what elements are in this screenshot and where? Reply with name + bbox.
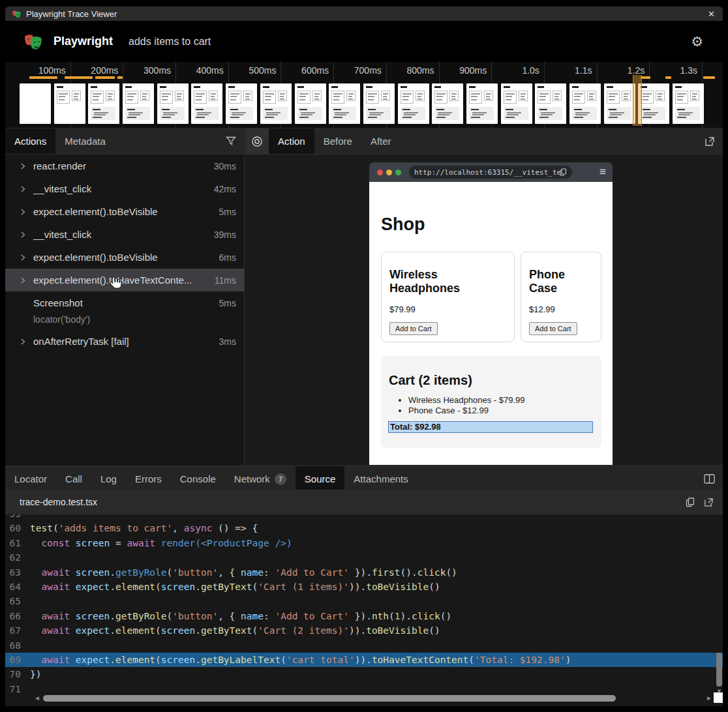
tab-call[interactable]: Call [56,466,91,492]
timeline-filmstrip[interactable] [20,83,704,124]
code-line[interactable]: 60test('adds items to cart', async () =>… [5,521,723,535]
tab-source[interactable]: Source [296,466,345,492]
filmstrip-thumbnail[interactable] [673,83,704,124]
code-line[interactable]: 61 const screen = await render(<ProductP… [5,536,723,550]
filmstrip-thumbnail[interactable] [191,83,222,124]
code-token: ( [252,625,258,636]
code-line[interactable]: 67 await expect.element(screen.getByText… [5,623,723,638]
code-line[interactable]: 59 [5,514,723,521]
add-to-cart-button[interactable]: Add to Cart [389,322,438,335]
action-row[interactable]: expect.element().toBeVisible6ms [5,246,244,269]
open-source-external-icon[interactable] [704,497,714,507]
thumb-line [230,96,237,97]
action-row[interactable]: react.render30ms [5,155,244,177]
scroll-left-arrow-icon[interactable]: ◄ [34,694,40,702]
tab-locator[interactable]: Locator [5,466,56,492]
filmstrip-thumbnail[interactable] [363,83,395,124]
code-line[interactable]: 69 await expect.element(screen.getByLabe… [5,653,723,667]
timeline-tick-label: 200ms [91,65,118,76]
copy-url-icon[interactable] [560,168,567,176]
filmstrip-thumbnail[interactable] [466,83,498,124]
tab-errors[interactable]: Errors [126,466,171,492]
filmstrip-thumbnail[interactable] [638,83,669,124]
thumb-cart-line [574,117,583,118]
filmstrip-thumbnail[interactable] [398,83,429,124]
chevron-right-icon[interactable] [20,209,26,215]
tab-metadata[interactable]: Metadata [55,128,115,154]
chevron-right-icon[interactable] [20,338,26,345]
filmstrip-thumbnail[interactable] [123,83,154,124]
traffic-light-red [377,170,383,175]
tab-actions[interactable]: Actions [5,128,55,154]
copy-source-icon[interactable] [686,497,695,507]
tab-action[interactable]: Action [269,128,314,154]
chevron-right-icon[interactable] [20,186,26,192]
cart-item: Wireless Headphones - $79.99 [408,395,525,405]
window-title: Playwright Trace Viewer [26,9,117,19]
filmstrip-thumbnail[interactable] [604,83,635,124]
thumb-line [333,93,342,95]
filmstrip-thumbnail[interactable] [295,83,326,124]
filmstrip-thumbnail[interactable] [535,83,566,124]
filmstrip-thumbnail[interactable] [501,83,532,124]
pick-locator-button[interactable] [245,128,269,154]
tab-console[interactable]: Console [171,466,225,492]
code-line[interactable]: 70}) [5,667,723,681]
filmstrip-thumbnail[interactable] [432,83,463,124]
app-header: Playwright adds items to cart ⚙ [5,21,723,62]
filmstrip-thumbnail[interactable] [329,83,360,124]
tab-attachments[interactable]: Attachments [344,466,417,492]
tab-network[interactable]: Network7 [225,466,296,492]
code-token: getByLabelText [201,655,281,665]
code-line[interactable]: 68 [5,638,723,653]
source-code-view[interactable]: 5960test('adds items to cart', async () … [5,514,723,706]
code-token [30,567,41,578]
code-line[interactable]: 66 await screen.getByRole('button', { na… [5,609,723,623]
code-line[interactable]: 63 await screen.getByRole('button', { na… [5,565,723,580]
open-external-icon[interactable] [705,136,715,147]
thumb-line [624,98,628,100]
filmstrip-thumbnail[interactable] [54,83,85,124]
split-view-icon[interactable] [704,474,715,484]
settings-gear-icon[interactable]: ⚙ [691,35,703,48]
filter-funnel-icon[interactable] [226,136,236,146]
address-bar[interactable]: http://localhost:63315/__vitest_test__/?… [409,166,572,179]
line-number: 70 [5,667,30,681]
thumb-line [506,93,515,95]
code-line[interactable]: 65 [5,594,723,608]
timeline[interactable]: 100ms200ms300ms400ms500ms600ms700ms800ms… [5,62,723,128]
chevron-right-icon[interactable] [20,231,26,238]
action-row[interactable]: __vitest_click39ms [5,223,244,246]
menu-icon[interactable]: ≡ [599,166,606,179]
add-to-cart-button[interactable]: Add to Cart [529,322,577,335]
chevron-right-icon[interactable] [20,277,26,284]
tab-after[interactable]: After [361,128,401,154]
scroll-right-arrow-icon[interactable]: ► [706,694,712,702]
chevron-right-icon[interactable] [20,254,26,261]
close-icon[interactable]: ✕ [708,9,715,19]
horizontal-scroll-thumb[interactable] [43,695,616,702]
horizontal-scrollbar[interactable]: ◄ ► [34,694,712,703]
filmstrip-thumbnail[interactable] [20,83,51,124]
filmstrip-thumbnail[interactable] [569,83,601,124]
thumb-line [451,96,455,97]
vertical-scroll-thumb[interactable] [716,653,722,687]
filmstrip-thumbnail[interactable] [226,83,257,124]
tab-before[interactable]: Before [314,128,361,154]
code-line[interactable]: 62 [5,550,723,565]
action-row[interactable]: expect.element().toBeVisible5ms [5,200,244,223]
action-row[interactable]: onAfterRetryTask [fail]3ms [5,330,244,353]
filmstrip-thumbnail[interactable] [157,83,189,124]
filmstrip-thumbnail[interactable] [88,83,119,124]
thumb-line [539,99,545,100]
thumb-cart [297,107,322,120]
chevron-right-icon[interactable] [20,163,26,170]
action-row[interactable]: __vitest_click42ms [5,177,244,200]
code-line[interactable]: 64 await expect.element(screen.getByText… [5,580,723,594]
tab-log[interactable]: Log [91,466,126,492]
action-row[interactable]: expect.element().toHaveTextConte...11ms [5,269,244,291]
line-number: 68 [5,638,30,653]
action-row[interactable]: Screenshot5ms [5,291,244,314]
filmstrip-thumbnail[interactable] [260,83,292,124]
thumb-line [417,98,422,100]
